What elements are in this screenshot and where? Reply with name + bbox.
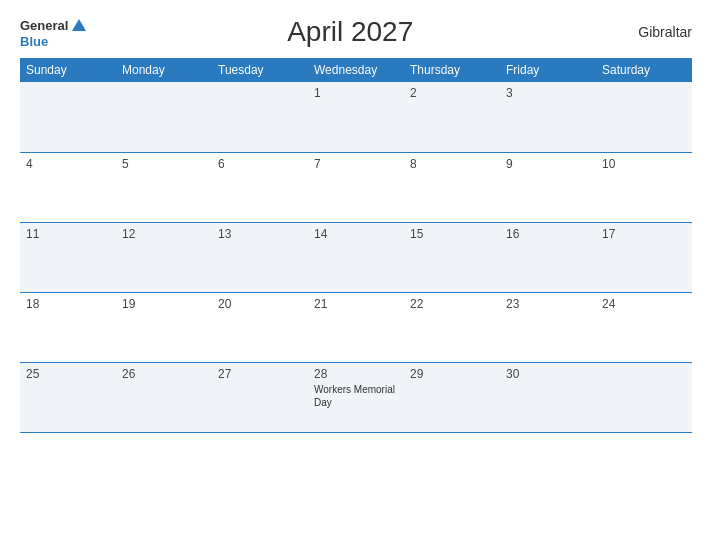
calendar-cell: 11 bbox=[20, 222, 116, 292]
calendar-cell: 27 bbox=[212, 362, 308, 432]
calendar-body: 1234567891011121314151617181920212223242… bbox=[20, 82, 692, 432]
day-number: 19 bbox=[122, 297, 206, 311]
day-number: 20 bbox=[218, 297, 302, 311]
day-number: 7 bbox=[314, 157, 398, 171]
day-number: 23 bbox=[506, 297, 590, 311]
calendar-cell: 20 bbox=[212, 292, 308, 362]
calendar-cell: 25 bbox=[20, 362, 116, 432]
calendar-cell: 21 bbox=[308, 292, 404, 362]
calendar-week-1: 123 bbox=[20, 82, 692, 152]
day-number: 12 bbox=[122, 227, 206, 241]
logo-general: General bbox=[20, 19, 68, 32]
calendar-cell: 26 bbox=[116, 362, 212, 432]
weekday-saturday: Saturday bbox=[596, 58, 692, 82]
header: General Blue April 2027 Gibraltar bbox=[20, 16, 692, 48]
day-number: 17 bbox=[602, 227, 686, 241]
calendar-cell bbox=[20, 82, 116, 152]
day-number: 15 bbox=[410, 227, 494, 241]
calendar-cell: 18 bbox=[20, 292, 116, 362]
calendar-cell: 2 bbox=[404, 82, 500, 152]
calendar-cell: 19 bbox=[116, 292, 212, 362]
calendar-header: Sunday Monday Tuesday Wednesday Thursday… bbox=[20, 58, 692, 82]
weekday-row: Sunday Monday Tuesday Wednesday Thursday… bbox=[20, 58, 692, 82]
day-number: 16 bbox=[506, 227, 590, 241]
calendar-cell: 23 bbox=[500, 292, 596, 362]
day-number: 21 bbox=[314, 297, 398, 311]
logo: General Blue bbox=[20, 17, 88, 48]
calendar-cell: 1 bbox=[308, 82, 404, 152]
calendar-cell: 6 bbox=[212, 152, 308, 222]
day-number: 18 bbox=[26, 297, 110, 311]
calendar-cell bbox=[212, 82, 308, 152]
day-number: 6 bbox=[218, 157, 302, 171]
calendar-cell: 3 bbox=[500, 82, 596, 152]
weekday-sunday: Sunday bbox=[20, 58, 116, 82]
calendar-event: Workers Memorial Day bbox=[314, 383, 398, 409]
day-number: 28 bbox=[314, 367, 398, 381]
calendar-cell: 28Workers Memorial Day bbox=[308, 362, 404, 432]
calendar-table: Sunday Monday Tuesday Wednesday Thursday… bbox=[20, 58, 692, 433]
calendar-title: April 2027 bbox=[88, 16, 612, 48]
calendar-week-4: 18192021222324 bbox=[20, 292, 692, 362]
day-number: 10 bbox=[602, 157, 686, 171]
calendar-cell bbox=[596, 362, 692, 432]
day-number: 26 bbox=[122, 367, 206, 381]
calendar-cell: 13 bbox=[212, 222, 308, 292]
day-number: 25 bbox=[26, 367, 110, 381]
calendar-cell: 5 bbox=[116, 152, 212, 222]
day-number: 24 bbox=[602, 297, 686, 311]
svg-marker-0 bbox=[72, 19, 86, 31]
calendar-cell: 29 bbox=[404, 362, 500, 432]
day-number: 8 bbox=[410, 157, 494, 171]
day-number: 30 bbox=[506, 367, 590, 381]
calendar-cell: 16 bbox=[500, 222, 596, 292]
weekday-wednesday: Wednesday bbox=[308, 58, 404, 82]
region-label: Gibraltar bbox=[612, 24, 692, 40]
calendar-cell: 12 bbox=[116, 222, 212, 292]
calendar-cell bbox=[116, 82, 212, 152]
calendar-cell: 9 bbox=[500, 152, 596, 222]
day-number: 13 bbox=[218, 227, 302, 241]
day-number: 2 bbox=[410, 86, 494, 100]
day-number: 1 bbox=[314, 86, 398, 100]
day-number: 29 bbox=[410, 367, 494, 381]
day-number: 5 bbox=[122, 157, 206, 171]
day-number: 9 bbox=[506, 157, 590, 171]
calendar-cell: 30 bbox=[500, 362, 596, 432]
day-number: 27 bbox=[218, 367, 302, 381]
day-number: 22 bbox=[410, 297, 494, 311]
weekday-monday: Monday bbox=[116, 58, 212, 82]
calendar-page: General Blue April 2027 Gibraltar Sunday… bbox=[0, 0, 712, 550]
day-number: 14 bbox=[314, 227, 398, 241]
calendar-week-2: 45678910 bbox=[20, 152, 692, 222]
weekday-thursday: Thursday bbox=[404, 58, 500, 82]
calendar-cell: 15 bbox=[404, 222, 500, 292]
weekday-tuesday: Tuesday bbox=[212, 58, 308, 82]
calendar-cell: 10 bbox=[596, 152, 692, 222]
calendar-week-5: 25262728Workers Memorial Day2930 bbox=[20, 362, 692, 432]
logo-icon bbox=[70, 17, 88, 35]
calendar-cell: 14 bbox=[308, 222, 404, 292]
day-number: 11 bbox=[26, 227, 110, 241]
calendar-cell: 22 bbox=[404, 292, 500, 362]
calendar-cell: 17 bbox=[596, 222, 692, 292]
day-number: 4 bbox=[26, 157, 110, 171]
calendar-week-3: 11121314151617 bbox=[20, 222, 692, 292]
calendar-cell: 24 bbox=[596, 292, 692, 362]
calendar-cell: 8 bbox=[404, 152, 500, 222]
day-number: 3 bbox=[506, 86, 590, 100]
logo-blue: Blue bbox=[20, 35, 48, 48]
calendar-cell: 7 bbox=[308, 152, 404, 222]
calendar-cell bbox=[596, 82, 692, 152]
calendar-cell: 4 bbox=[20, 152, 116, 222]
weekday-friday: Friday bbox=[500, 58, 596, 82]
